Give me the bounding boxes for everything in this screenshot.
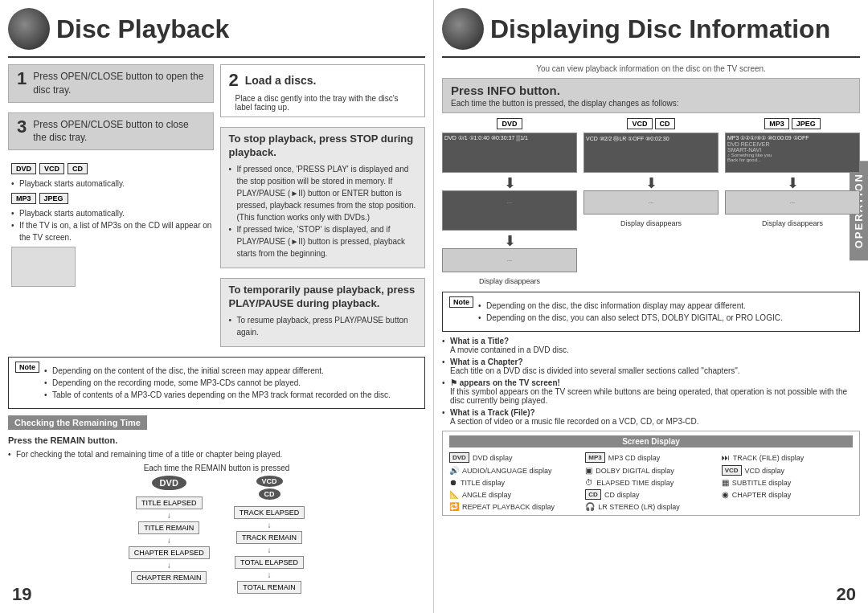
sd-chapter-text: CHAPTER display	[732, 491, 792, 499]
col-badge-mp3: MP3	[764, 118, 789, 129]
step-3-text: Press OPEN/CLOSE button to close the dis…	[33, 118, 204, 145]
sd-badge-cd: CD	[585, 489, 601, 500]
note-right-bullet-1: Depending on the disc, the disc informat…	[478, 300, 783, 312]
arrow-down-2: ↓	[167, 536, 171, 545]
note-box-left: Note Depending on the content of the dis…	[8, 357, 425, 409]
audio-icon: 🔊	[449, 466, 459, 475]
badge-jpeg: JPEG	[39, 193, 68, 204]
display-col-mp3-jpeg: MP3 JPEG MP3 ①②①/④① ⑩0:00:09 ①OFF DVD RE…	[725, 118, 860, 287]
page-right: OPERATION Displaying Disc Information Yo…	[434, 0, 868, 613]
what-title-note: What is a Title?A movie contained in a D…	[442, 337, 860, 354]
sd-elapsed: ⏱ ELAPSED TIME display	[585, 478, 716, 487]
sd-dvd: DVD DVD display	[449, 452, 580, 463]
screen-display-grid: DVD DVD display MP3 MP3 CD display ⏭ TRA…	[449, 452, 853, 511]
note-content-right: Depending on the disc, the disc informat…	[478, 296, 783, 327]
elapsed-icon: ⏱	[585, 478, 593, 487]
note-bullet-1: Depending on the content of the disc, th…	[44, 365, 391, 377]
pause-title: To temporarily pause playback, press PLA…	[229, 284, 417, 311]
sd-subtitle: ▦ SUBTITLE display	[722, 478, 853, 487]
mp3-display-disappears: Display disappears	[762, 219, 823, 227]
step-1-text: Press OPEN/CLOSE button to open the disc…	[33, 70, 204, 97]
step-2-title: 2 Load a discs.	[229, 70, 417, 91]
stereo-icon: 🎧	[585, 502, 595, 511]
vcd-cd-badges: VCD CD	[256, 476, 283, 500]
sd-audio-text: AUDIO/LANGUAGE display	[462, 467, 552, 475]
sd-vcd-text: VCD display	[745, 467, 785, 475]
display-col-vcd-cd: VCD CD VCD ⑩2/2 ⓂLR ①OFF ⑩0:02:30 ⬇ ··· …	[583, 118, 719, 287]
mp3-badge-group: MP3 JPEG	[11, 193, 214, 204]
arrow-down-5: ↓	[268, 546, 272, 554]
mp3-screen-disappears: ···	[725, 190, 860, 215]
what-chapter-note: What is a Chapter?Each title on a DVD di…	[442, 358, 860, 375]
remain-bullet-1: For checking the total and remaining tim…	[8, 448, 425, 460]
dvd-screen-3: ···	[442, 248, 577, 272]
step-2-label: Load a discs.	[245, 74, 317, 87]
screen-display-title: Screen Display	[449, 435, 853, 447]
vcd-total-remain: TOTAL REMAIN	[237, 581, 301, 594]
sd-cd: CD CD display	[585, 489, 716, 500]
remain-bullets: For checking the total and remaining tim…	[8, 448, 425, 460]
stop-box: To stop playback, press STOP during play…	[220, 127, 426, 268]
right-page-title-area: Displaying Disc Information	[442, 8, 860, 50]
what-is-notes: What is a Title?A movie contained in a D…	[442, 337, 860, 426]
col-badge-jpeg: JPEG	[792, 118, 821, 129]
note-content: Depending on the content of the disc, th…	[44, 362, 391, 404]
sd-title: ⏺ TITLE display	[449, 478, 580, 487]
mp3-bullet-1: Playback starts automatically.	[11, 207, 214, 219]
disc-icon-left	[8, 8, 50, 50]
sd-badge-dvd: DVD	[449, 452, 469, 463]
sd-repeat: 🔁 REPEAT PLAYBACK display	[449, 502, 580, 511]
chapter-icon: ◉	[722, 490, 729, 499]
dvd-arrow-2: ⬇	[504, 234, 516, 248]
sd-dvd-text: DVD display	[473, 454, 513, 462]
step-2-bullet: Place a disc gently into the tray with t…	[229, 94, 417, 112]
subtitle-icon: ▦	[722, 478, 729, 487]
vcd-total-elapsed: TOTAL ELAPSED	[235, 556, 304, 569]
display-columns: DVD DVD ①/1 ①1:0:40 ⑩0:30:37 ▒1/1 ⬇ ··· …	[442, 118, 860, 287]
right-page-title: Displaying Disc Information	[490, 14, 830, 44]
step-3-num: 3	[17, 118, 27, 136]
left-page-title-area: Disc Playback	[8, 8, 425, 50]
remain-cycle-label: Each time the REMAIN button is pressed	[8, 464, 425, 472]
remain-diagram: DVD TITLE ELAPSED ↓ TITLE REMAIN ↓ CHAPT…	[8, 476, 425, 595]
col-badge-dvd: DVD	[497, 118, 522, 129]
screen-thumbnail	[11, 247, 76, 287]
sd-mp3: MP3 MP3 CD display	[585, 452, 716, 463]
mp3-bullet-2: If the TV is on, a list of MP3s on the C…	[11, 219, 214, 243]
sd-angle: 📐 ANGLE display	[449, 489, 580, 500]
col-badge-vcd: VCD	[627, 118, 652, 129]
stop-title: To stop playback, press STOP during play…	[229, 133, 417, 160]
vcd-track-remain: TRACK REMAIN	[236, 531, 302, 544]
sd-badge-mp3: MP3	[585, 452, 604, 463]
title-icon: ⏺	[449, 478, 457, 487]
stop-bullet-2: If pressed twice, 'STOP' is displayed, a…	[229, 223, 417, 260]
sd-audio: 🔊 AUDIO/LANGUAGE display	[449, 465, 580, 476]
info-button-subtitle: Each time the button is pressed, the dis…	[451, 99, 851, 108]
what-track-note: What is a Track (File)?A section of vide…	[442, 408, 860, 426]
sd-track-text: TRACK (FILE) display	[733, 454, 805, 462]
dvd-chapter-elapsed: CHAPTER ELAPSED	[129, 546, 210, 559]
note-bullet-3: Table of contents of a MP3-CD varies dep…	[44, 389, 391, 401]
col-badge-cd-right: CD	[655, 118, 675, 129]
dvd-chapter-remain: CHAPTER REMAIN	[131, 571, 207, 584]
vcd-cd-screen-disappears: ···	[583, 190, 719, 215]
cd-cycle-badge: CD	[259, 488, 280, 500]
pause-bullet-1: To resume playback, press PLAY/PAUSE but…	[229, 314, 417, 338]
page-number-left: 19	[12, 584, 31, 605]
remain-press: Press the REMAIN button.	[8, 435, 425, 445]
arrow-down-6: ↓	[268, 570, 272, 579]
repeat-icon: 🔁	[449, 502, 459, 511]
dvd-badge-group: DVD VCD CD	[11, 163, 214, 174]
sd-subtitle-text: SUBTITLE display	[732, 479, 792, 487]
note-box-right: Note Depending on the disc, the disc inf…	[442, 292, 860, 332]
dvd-arrow-1: ⬇	[504, 176, 516, 190]
vcd-cd-screen-1: VCD ⑩2/2 ⓂLR ①OFF ⑩0:02:30	[583, 133, 719, 173]
stop-bullet-1: If pressed once, 'PRESS PLAY' is display…	[229, 163, 417, 223]
info-button-box: Press INFO button. Each time the button …	[442, 78, 860, 113]
dvd-cycle-column: DVD TITLE ELAPSED ↓ TITLE REMAIN ↓ CHAPT…	[129, 476, 210, 586]
arrow-down-3: ↓	[167, 561, 171, 570]
sd-vcd: VCD VCD display	[722, 465, 853, 476]
dolby-icon: ▣	[585, 466, 592, 475]
col-vcd-cd-badges: VCD CD	[627, 118, 674, 129]
sd-title-text: TITLE display	[461, 479, 505, 487]
